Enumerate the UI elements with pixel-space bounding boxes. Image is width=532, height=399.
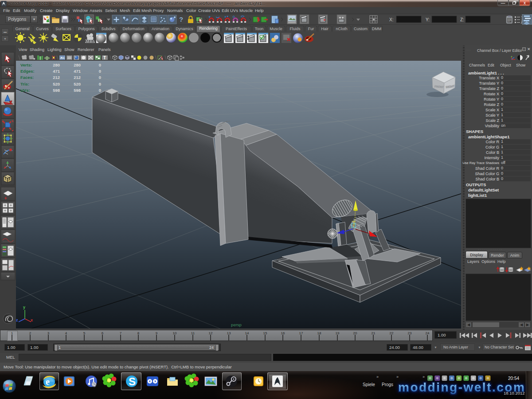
svg-text:471: 471 (74, 69, 81, 74)
svg-text:471: 471 (53, 69, 60, 74)
svg-text:280: 280 (53, 63, 60, 67)
svg-text:598: 598 (74, 88, 81, 93)
svg-text:Tris:: Tris: (20, 82, 29, 86)
svg-text:?: ? (179, 16, 183, 23)
svg-text:0: 0 (99, 69, 101, 74)
svg-text:212: 212 (74, 75, 81, 80)
svg-text:x: x (31, 318, 33, 322)
svg-text:y: y (23, 305, 25, 309)
svg-text:T: T (103, 55, 106, 60)
svg-text:520: 520 (74, 82, 81, 86)
svg-text:S: S (129, 376, 136, 387)
svg-text:Y:: Y: (426, 17, 430, 22)
svg-text:Faces:: Faces: (20, 75, 34, 80)
svg-text:persp: persp (231, 322, 242, 327)
svg-text:z: z (16, 318, 18, 322)
svg-text:0: 0 (99, 82, 101, 86)
svg-text:Z:: Z: (460, 17, 464, 22)
svg-text:280: 280 (74, 63, 81, 67)
svg-text:e: e (46, 377, 50, 387)
svg-text:0: 0 (99, 63, 101, 67)
svg-text:UVs:: UVs: (20, 88, 30, 93)
svg-text:520: 520 (53, 82, 60, 86)
svg-text:212: 212 (53, 75, 60, 80)
svg-text:0: 0 (99, 88, 101, 93)
svg-text:Verts:: Verts: (20, 63, 32, 67)
svg-text:Edges:: Edges: (20, 69, 35, 74)
svg-text:X:: X: (389, 17, 393, 22)
svg-text:0: 0 (99, 75, 101, 80)
svg-text:598: 598 (53, 88, 60, 93)
